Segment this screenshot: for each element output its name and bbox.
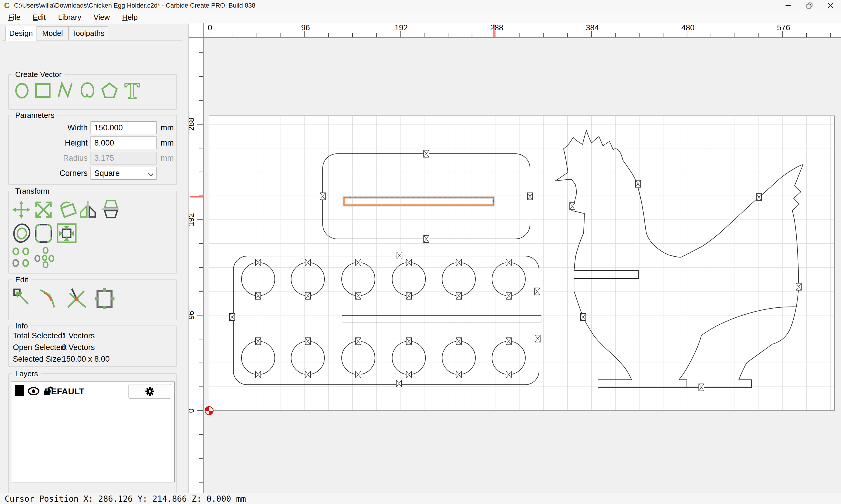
layers-label: Layers [12, 369, 41, 378]
gear-icon [144, 386, 155, 397]
menu-file[interactable]: File [4, 12, 24, 23]
mirror-horizontal-tool-button[interactable] [78, 200, 98, 220]
height-field[interactable] [90, 137, 156, 149]
menu-help[interactable]: Help [118, 12, 142, 23]
tab-design[interactable]: Design [5, 26, 37, 41]
polygon-icon [101, 81, 119, 100]
width-field[interactable] [90, 121, 156, 134]
create-vector-label: Create Vector [12, 70, 65, 79]
join-vectors-icon [93, 287, 116, 310]
info-selected-size: Selected Size: 150.00 x 8.00 [13, 355, 63, 364]
svg-text:480: 480 [681, 23, 694, 32]
minimize-button[interactable] [778, 0, 799, 11]
info-group: Info Total Selected: 1 Vectors Open Sele… [8, 325, 177, 367]
fillet-corners-icon [34, 223, 53, 244]
rotate-tool-button[interactable] [56, 200, 76, 220]
transform-label: Transform [12, 187, 53, 196]
restore-button[interactable] [799, 0, 820, 11]
width-label: Width [26, 123, 88, 132]
nest-inset-tool-button[interactable] [56, 223, 77, 245]
width-unit: mm [160, 123, 174, 132]
rectangle-tool-button[interactable] [34, 81, 52, 101]
curve-tool-button[interactable] [78, 81, 96, 101]
cursor-position-readout: Cursor Position X: 286.126 Y: 214.866 Z:… [5, 494, 246, 504]
menu-view[interactable]: View [89, 12, 114, 23]
layer-row[interactable]: DEFAULT [12, 382, 174, 400]
curve-icon [78, 81, 96, 100]
close-icon [827, 2, 834, 9]
chevron-down-icon [148, 171, 153, 177]
layer-name: DEFAULT [45, 386, 84, 396]
corners-value: Square [94, 169, 120, 178]
svg-text:384: 384 [586, 23, 599, 32]
svg-text:0: 0 [189, 408, 196, 413]
create-vector-group: Create Vector [8, 74, 177, 110]
status-bar: Cursor Position X: 286.126 Y: 214.866 Z:… [0, 493, 841, 504]
rectangle-icon [34, 81, 52, 100]
title-bar: C C:\Users\willa\Downloads\Chicken Egg H… [0, 0, 841, 11]
info-open-selected: Open Selected: 0 Vectors [13, 343, 67, 352]
text-tool-button[interactable] [123, 81, 141, 101]
menu-edit[interactable]: Edit [29, 12, 50, 23]
offset-contour-tool-button[interactable] [12, 223, 32, 245]
menu-library[interactable]: Library [54, 12, 85, 23]
height-label: Height [26, 139, 88, 148]
selected-size-value: 150.00 x 8.00 [62, 355, 110, 364]
svg-text:96: 96 [189, 311, 196, 320]
design-canvas[interactable]: 096192288384480576288192960 [189, 23, 841, 493]
corners-select[interactable]: Square [90, 167, 156, 180]
layer-settings-button[interactable] [128, 384, 171, 399]
polyline-tool-button[interactable] [56, 81, 74, 101]
parameters-label: Parameters [12, 111, 57, 120]
total-selected-value: 1 Vectors [62, 331, 95, 340]
scale-icon [34, 200, 53, 219]
close-button[interactable] [820, 0, 841, 11]
edit-group: Edit [8, 280, 177, 320]
open-selected-value: 0 Vectors [62, 343, 95, 352]
restore-icon [806, 2, 813, 9]
layers-group: Layers DEFAULT [8, 373, 177, 504]
node-edit-tool-button[interactable] [12, 287, 32, 310]
move-tool-button[interactable] [12, 200, 31, 220]
grid-array-tool-button[interactable] [12, 247, 31, 269]
join-vectors-tool-button[interactable] [93, 287, 116, 311]
svg-text:192: 192 [189, 213, 196, 226]
polygon-tool-button[interactable] [101, 81, 119, 101]
height-unit: mm [160, 139, 174, 148]
mirror-horizontal-icon [78, 200, 98, 219]
window-title: C:\Users\willa\Downloads\Chicken Egg Hol… [14, 2, 256, 9]
minimize-icon [785, 2, 792, 9]
curve-edit-tool-button[interactable] [38, 287, 60, 310]
mirror-vertical-tool-button[interactable] [101, 199, 120, 220]
layer-color-swatch[interactable] [15, 385, 24, 396]
eye-icon[interactable] [27, 386, 40, 396]
scale-tool-button[interactable] [34, 200, 53, 220]
radius-label: Radius [26, 154, 88, 163]
fillet-corners-tool-button[interactable] [34, 223, 53, 245]
grid-array-icon [12, 247, 31, 268]
radius-unit: mm [160, 154, 174, 163]
radius-field [90, 152, 156, 164]
curve-edit-icon [38, 287, 60, 309]
trim-vectors-tool-button[interactable] [65, 287, 88, 310]
tab-toolpaths[interactable]: Toolpaths [68, 26, 108, 40]
circle-icon [13, 81, 31, 100]
tab-model[interactable]: Model [37, 26, 68, 40]
app-logo-icon: C [4, 1, 14, 10]
circular-array-icon [34, 247, 55, 268]
info-label: Info [12, 321, 31, 330]
svg-text:576: 576 [777, 23, 790, 32]
move-icon [12, 200, 31, 219]
layers-list: DEFAULT [11, 381, 175, 482]
node-edit-icon [12, 287, 32, 309]
circular-array-tool-button[interactable] [34, 247, 55, 269]
design-sidebar: DesignModelToolpaths Create Vector Param… [0, 24, 189, 493]
text-icon [123, 81, 141, 100]
nest-inset-icon [56, 223, 77, 244]
transform-group: Transform [8, 191, 177, 274]
offset-contour-icon [12, 223, 32, 244]
circle-tool-button[interactable] [13, 81, 31, 101]
menu-bar: FileEditLibraryViewHelp [0, 11, 841, 24]
info-total-selected: Total Selected: 1 Vectors [13, 331, 65, 340]
parameters-group: Parameters Width mm Height mm Radius mm … [8, 115, 177, 185]
